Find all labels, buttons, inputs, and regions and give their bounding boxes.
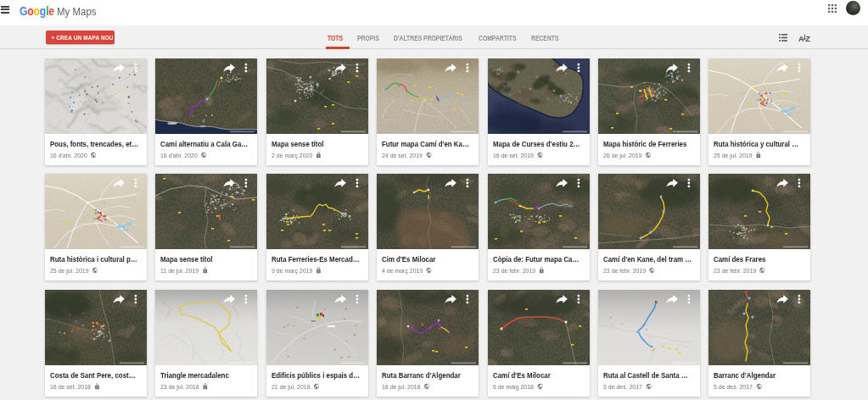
svg-text:Z: Z [805,35,810,43]
